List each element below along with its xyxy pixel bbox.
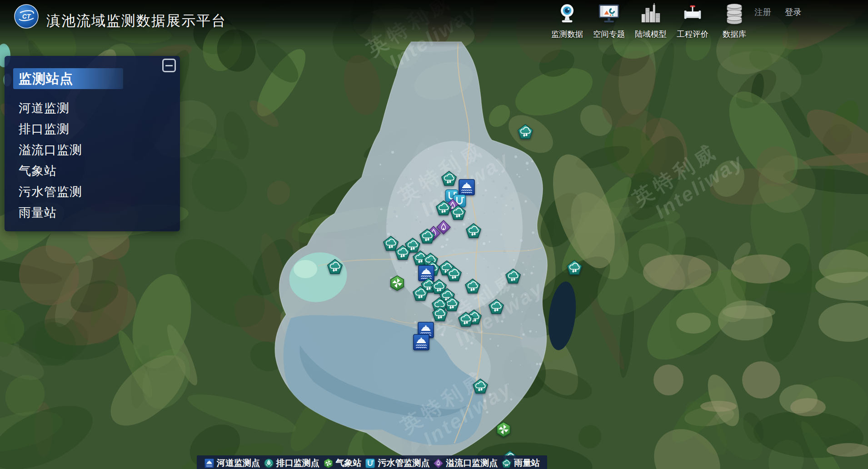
- nav-item-valve[interactable]: 工程评价: [673, 2, 713, 40]
- overflow-marker-icon: [433, 458, 444, 469]
- sidebar-item-0[interactable]: 河道监测: [19, 98, 70, 119]
- legend-item-label: 溢流口监测点: [446, 457, 498, 469]
- panel-title[interactable]: 监测站点: [13, 68, 123, 89]
- legend-item-sewage[interactable]: 污水管监测点: [365, 457, 429, 469]
- panel-item-list: 河道监测排口监测溢流口监测气象站污水管监测雨量站: [19, 98, 82, 223]
- legend-item-label: 污水管监测点: [378, 457, 429, 469]
- legend-item-weather[interactable]: 气象站: [323, 457, 362, 469]
- auth-links: 注册 登录: [754, 6, 802, 18]
- nav-item-webcam[interactable]: 监测数据: [547, 2, 587, 40]
- monitor-chart-icon: [598, 2, 620, 29]
- legend-item-river[interactable]: 河道监测点: [204, 457, 260, 469]
- sewage-marker-icon: [365, 458, 375, 469]
- nav-item-label: 数据库: [723, 29, 747, 40]
- login-link[interactable]: 登录: [785, 6, 802, 18]
- sidebar-item-2[interactable]: 溢流口监测: [19, 140, 82, 160]
- nav-item-database[interactable]: 数据库: [714, 2, 754, 40]
- app-logo: CT: [14, 4, 39, 29]
- sidebar-item-4[interactable]: 污水管监测: [19, 181, 82, 202]
- legend-item-label: 河道监测点: [217, 457, 260, 469]
- nav-item-buildings[interactable]: 陆域模型: [631, 2, 671, 40]
- map-marker-weather[interactable]: [497, 422, 510, 437]
- nav-item-label: 工程评价: [677, 29, 708, 40]
- map-marker-river[interactable]: [459, 180, 474, 195]
- legend-item-outfall[interactable]: 排口监测点: [264, 457, 319, 469]
- database-icon: [723, 2, 746, 29]
- valve-icon: [681, 2, 704, 29]
- top-nav: 监测数据空间专题陆域模型工程评价数据库: [547, 2, 754, 40]
- register-link[interactable]: 注册: [754, 6, 771, 18]
- app-root: { "app": { "title": "滇池流域监测数据展示平台", "log…: [0, 0, 868, 469]
- sidebar-item-5[interactable]: 雨量站: [19, 202, 57, 223]
- monitoring-stations-panel: 监测站点 河道监测排口监测溢流口监测气象站污水管监测雨量站: [5, 56, 180, 231]
- logo-text: CT: [22, 13, 31, 20]
- legend-item-label: 排口监测点: [276, 457, 319, 469]
- legend-item-label: 气象站: [336, 457, 362, 469]
- sidebar-item-1[interactable]: 排口监测: [19, 119, 70, 140]
- nav-item-monitor-chart[interactable]: 空间专题: [589, 2, 629, 40]
- legend-item-label: 雨量站: [514, 457, 540, 469]
- legend-item-rain[interactable]: 雨量站: [501, 457, 540, 469]
- weather-marker-icon: [323, 458, 334, 469]
- map-legend: 河道监测点排口监测点气象站污水管监测点溢流口监测点雨量站: [197, 455, 547, 469]
- page-title: 滇池流域监测数据展示平台: [46, 11, 226, 30]
- river-marker-icon: [204, 458, 215, 469]
- legend-item-overflow[interactable]: 溢流口监测点: [433, 457, 498, 469]
- map-marker-river[interactable]: [414, 334, 429, 350]
- panel-minimize-button[interactable]: [162, 59, 176, 72]
- buildings-icon: [639, 2, 662, 29]
- rain-marker-icon: [501, 458, 512, 469]
- nav-item-label: 监测数据: [551, 29, 583, 40]
- outfall-marker-icon: [264, 458, 274, 469]
- webcam-icon: [556, 2, 579, 29]
- nav-item-label: 陆域模型: [635, 29, 667, 40]
- nav-item-label: 空间专题: [593, 29, 625, 40]
- map-marker-weather[interactable]: [391, 276, 404, 290]
- sidebar-item-3[interactable]: 气象站: [19, 160, 57, 181]
- map-marker-river[interactable]: [419, 265, 434, 281]
